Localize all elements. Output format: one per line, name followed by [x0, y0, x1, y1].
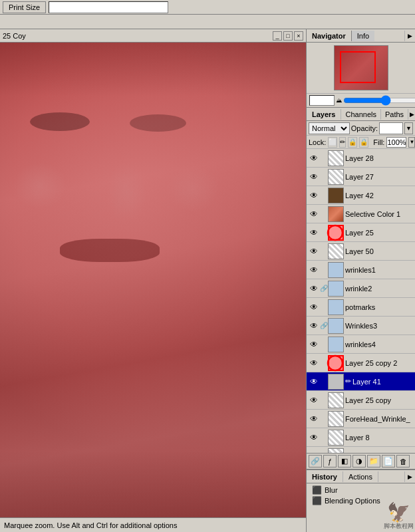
layers-list[interactable]: 👁Layer 28👁Layer 27👁Layer 42👁Selective Co…: [307, 149, 415, 453]
layer-item[interactable]: 👁Layer 25 copy: [307, 391, 415, 410]
lock-position-btn[interactable]: 🔒: [348, 137, 357, 148]
zoom-input[interactable]: 50%: [309, 95, 335, 106]
layer-eye-toggle[interactable]: 👁: [308, 301, 320, 313]
print-size-button[interactable]: Print Size: [3, 1, 46, 13]
layer-eye-toggle[interactable]: 👁: [308, 450, 320, 454]
layer-name: Layer 25 copy: [345, 396, 414, 404]
layer-group-btn[interactable]: 📁: [367, 455, 380, 467]
layer-name: wrinkle2: [345, 285, 414, 293]
layers-tab-active[interactable]: Layers: [307, 109, 341, 120]
layer-name: ForeHead_Wrinkle_: [345, 415, 414, 423]
layer-eye-toggle[interactable]: 👁: [308, 245, 320, 257]
layer-eye-toggle[interactable]: 👁: [308, 208, 320, 220]
layer-name: wrinkles4: [345, 340, 414, 348]
layer-eye-toggle[interactable]: 👁: [308, 264, 320, 276]
layer-name: Layer 25 copy 2: [345, 359, 414, 367]
layer-item[interactable]: 👁ForeHead_Wrinkle_: [307, 410, 415, 428]
layer-eye-toggle[interactable]: 👁: [308, 152, 320, 164]
layer-mask-btn[interactable]: ◧: [338, 455, 351, 467]
canvas-controls: _ □ ×: [273, 31, 303, 41]
layer-eye-toggle[interactable]: 👁: [308, 338, 320, 350]
opacity-input[interactable]: 100%: [379, 122, 403, 134]
history-tab-active[interactable]: History: [307, 471, 343, 482]
layer-item[interactable]: 👁Layer 42: [307, 186, 415, 205]
history-tab-actions[interactable]: Actions: [343, 471, 378, 482]
status-message: Marquee zoom. Use Alt and Ctrl for addit…: [4, 521, 177, 529]
layer-eye-toggle[interactable]: 👁: [308, 357, 320, 369]
layer-eye-toggle[interactable]: 👁: [308, 394, 320, 406]
lock-transparent-btn[interactable]: ⬜: [328, 137, 337, 148]
history-expand[interactable]: ▶: [404, 471, 415, 482]
watermark-text: 脚本教程网: [384, 522, 414, 531]
navigator-preview[interactable]: [334, 45, 388, 90]
layer-link-btn[interactable]: 🔗: [309, 455, 322, 467]
canvas-title: 25 Coy: [3, 32, 26, 40]
zoom-mountain-small: ⛰: [336, 97, 342, 104]
layer-link-icon: 🔗: [320, 283, 328, 295]
cheek-left: [13, 162, 67, 209]
layer-adj-btn[interactable]: ◑: [352, 455, 366, 467]
layer-thumbnail: [328, 411, 344, 427]
layer-thumbnail: [328, 336, 344, 352]
layer-eye-toggle[interactable]: 👁: [308, 227, 320, 239]
layer-item[interactable]: 👁✏Layer 41: [307, 372, 415, 391]
fill-arrow[interactable]: ▼: [408, 137, 415, 148]
fill-input[interactable]: [386, 137, 406, 148]
history-item-blur[interactable]: ⬛ Blur: [309, 485, 412, 495]
layer-link-icon: [320, 301, 328, 313]
navigator-tab-info[interactable]: Info: [351, 31, 374, 41]
layer-item[interactable]: 👁wrinkles1: [307, 261, 415, 279]
navigator-tab-active[interactable]: Navigator: [307, 31, 351, 41]
blend-mode-select[interactable]: Normal: [309, 122, 350, 134]
layer-item[interactable]: 👁Layer 25 copy 2: [307, 354, 415, 372]
layer-link-icon: [320, 357, 328, 369]
chin-area: [0, 451, 306, 517]
layer-name: Layer 8: [345, 434, 414, 442]
layer-item[interactable]: 👁Layer 7: [307, 447, 415, 453]
canvas-close[interactable]: ×: [294, 31, 303, 41]
layer-style-btn[interactable]: ƒ: [323, 455, 337, 467]
layer-item[interactable]: 👁potmarks: [307, 298, 415, 317]
layer-eye-toggle[interactable]: 👁: [308, 432, 320, 444]
layers-expand[interactable]: ▶: [408, 109, 415, 120]
lock-image-btn[interactable]: ✏: [339, 137, 346, 148]
navigator-tabs: Navigator Info ▶: [307, 29, 415, 43]
layer-item[interactable]: 👁Layer 25: [307, 223, 415, 242]
layer-eye-toggle[interactable]: 👁: [308, 283, 320, 295]
layer-link-icon: [320, 338, 328, 350]
layers-tab-paths[interactable]: Paths: [381, 109, 408, 120]
lock-all-btn[interactable]: 🔒: [359, 137, 368, 148]
layer-item[interactable]: 👁🔗wrinkle2: [307, 279, 415, 298]
navigator-expand[interactable]: ▶: [404, 31, 415, 41]
canvas-minimize[interactable]: _: [273, 31, 282, 41]
layers-tab-channels[interactable]: Channels: [341, 109, 380, 120]
opacity-label: Opacity:: [351, 124, 378, 132]
layer-link-icon: [320, 413, 328, 425]
layer-name: potmarks: [345, 303, 414, 311]
layer-item[interactable]: 👁🔗Wrinkles3: [307, 317, 415, 335]
zoom-slider[interactable]: [343, 96, 415, 105]
opacity-arrow[interactable]: ▼: [404, 122, 413, 134]
layer-eye-toggle[interactable]: 👁: [308, 413, 320, 425]
layer-delete-btn[interactable]: 🗑: [396, 455, 410, 467]
layer-eye-toggle[interactable]: 👁: [308, 320, 320, 332]
canvas-image[interactable]: [0, 43, 306, 517]
layer-eye-toggle[interactable]: 👁: [308, 190, 320, 201]
navigator-view-rect: [340, 51, 376, 83]
layer-item[interactable]: 👁wrinkles4: [307, 335, 415, 354]
layer-eye-toggle[interactable]: 👁: [308, 171, 320, 183]
layer-item[interactable]: 👁Layer 8: [307, 428, 415, 447]
canvas-maximize[interactable]: □: [283, 31, 293, 41]
layer-thumbnail: [328, 206, 344, 222]
navigator-zoom-bar: 50% ⛰ ⛰: [307, 93, 415, 107]
layer-new-btn[interactable]: 📄: [382, 455, 395, 467]
top-input[interactable]: [49, 1, 168, 13]
layer-item[interactable]: 👁Layer 27: [307, 168, 415, 186]
canvas-area: 25 Coy _ □ ×: [0, 29, 306, 532]
layer-item[interactable]: 👁Layer 50: [307, 242, 415, 261]
layers-panel: Layers Channels Paths ▶ Normal Opacity: …: [307, 108, 415, 469]
layer-item[interactable]: 👁Layer 28: [307, 149, 415, 168]
layer-eye-toggle[interactable]: 👁: [308, 376, 320, 388]
layer-item[interactable]: 👁Selective Color 1: [307, 205, 415, 223]
layer-link-icon: [320, 152, 328, 164]
